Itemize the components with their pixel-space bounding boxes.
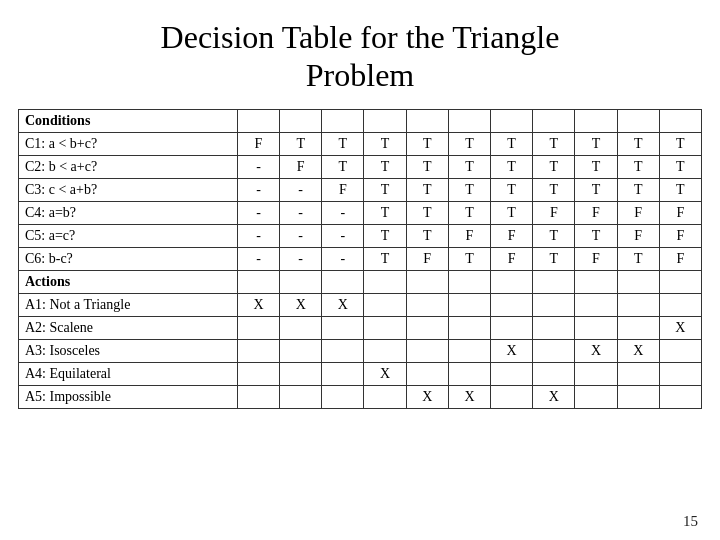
- action-cell-1-7: [491, 293, 533, 316]
- action-cell-1-11: [659, 293, 701, 316]
- actions-header-cell-10: [617, 270, 659, 293]
- condition-label-6: C6: b-c?: [19, 247, 238, 270]
- condition-cell-3-10: T: [617, 178, 659, 201]
- action-cell-4-11: [659, 362, 701, 385]
- col-header-3: [322, 109, 364, 132]
- condition-cell-3-2: -: [280, 178, 322, 201]
- condition-cell-3-7: T: [491, 178, 533, 201]
- condition-cell-1-10: T: [617, 132, 659, 155]
- col-header-4: [364, 109, 406, 132]
- condition-cell-6-9: F: [575, 247, 617, 270]
- condition-cell-4-6: T: [448, 201, 490, 224]
- condition-cell-1-1: F: [237, 132, 279, 155]
- action-cell-5-9: [575, 385, 617, 408]
- action-cell-5-6: X: [448, 385, 490, 408]
- action-cell-5-1: [237, 385, 279, 408]
- condition-cell-6-7: F: [491, 247, 533, 270]
- condition-cell-1-7: T: [491, 132, 533, 155]
- action-cell-1-2: X: [280, 293, 322, 316]
- conditions-label: Conditions: [19, 109, 238, 132]
- condition-cell-2-6: T: [448, 155, 490, 178]
- condition-cell-2-10: T: [617, 155, 659, 178]
- action-cell-2-5: [406, 316, 448, 339]
- condition-cell-2-1: -: [237, 155, 279, 178]
- condition-cell-5-9: T: [575, 224, 617, 247]
- condition-cell-6-6: T: [448, 247, 490, 270]
- condition-cell-3-8: T: [533, 178, 575, 201]
- action-row-5: A5: ImpossibleXXX: [19, 385, 702, 408]
- condition-row-2: C2: b < a+c?-FTTTTTTTTT: [19, 155, 702, 178]
- condition-cell-3-9: T: [575, 178, 617, 201]
- condition-row-5: C5: a=c?---TTFFTTFF: [19, 224, 702, 247]
- actions-header-cell-5: [406, 270, 448, 293]
- condition-cell-6-4: T: [364, 247, 406, 270]
- action-cell-3-9: X: [575, 339, 617, 362]
- condition-row-4: C4: a=b?---TTTTFFFF: [19, 201, 702, 224]
- action-cell-3-2: [280, 339, 322, 362]
- condition-cell-1-3: T: [322, 132, 364, 155]
- col-header-7: [491, 109, 533, 132]
- action-label-4: A4: Equilateral: [19, 362, 238, 385]
- action-cell-2-3: [322, 316, 364, 339]
- condition-cell-2-2: F: [280, 155, 322, 178]
- action-cell-2-4: [364, 316, 406, 339]
- action-cell-5-11: [659, 385, 701, 408]
- col-header-6: [448, 109, 490, 132]
- action-cell-2-11: X: [659, 316, 701, 339]
- action-cell-1-5: [406, 293, 448, 316]
- col-header-11: [659, 109, 701, 132]
- condition-cell-1-5: T: [406, 132, 448, 155]
- action-cell-2-2: [280, 316, 322, 339]
- actions-header-cell-9: [575, 270, 617, 293]
- condition-cell-1-4: T: [364, 132, 406, 155]
- action-cell-5-2: [280, 385, 322, 408]
- condition-cell-3-3: F: [322, 178, 364, 201]
- condition-cell-6-3: -: [322, 247, 364, 270]
- condition-label-4: C4: a=b?: [19, 201, 238, 224]
- condition-cell-5-1: -: [237, 224, 279, 247]
- col-header-1: [237, 109, 279, 132]
- col-header-9: [575, 109, 617, 132]
- action-cell-3-6: [448, 339, 490, 362]
- condition-cell-3-4: T: [364, 178, 406, 201]
- condition-cell-1-9: T: [575, 132, 617, 155]
- action-label-1: A1: Not a Triangle: [19, 293, 238, 316]
- action-cell-2-1: [237, 316, 279, 339]
- condition-cell-2-5: T: [406, 155, 448, 178]
- condition-cell-4-5: T: [406, 201, 448, 224]
- condition-cell-1-6: T: [448, 132, 490, 155]
- condition-label-1: C1: a < b+c?: [19, 132, 238, 155]
- condition-cell-4-7: T: [491, 201, 533, 224]
- action-cell-4-10: [617, 362, 659, 385]
- condition-cell-2-8: T: [533, 155, 575, 178]
- actions-header-cell-4: [364, 270, 406, 293]
- action-cell-5-5: X: [406, 385, 448, 408]
- action-cell-2-7: [491, 316, 533, 339]
- action-cell-1-8: [533, 293, 575, 316]
- col-header-8: [533, 109, 575, 132]
- action-label-2: A2: Scalene: [19, 316, 238, 339]
- condition-label-2: C2: b < a+c?: [19, 155, 238, 178]
- action-cell-1-1: X: [237, 293, 279, 316]
- condition-cell-6-8: T: [533, 247, 575, 270]
- condition-cell-4-2: -: [280, 201, 322, 224]
- decision-table: Conditions C1: a < b+c?FTTTTTTTTTTC2: b …: [18, 109, 702, 409]
- actions-label: Actions: [19, 270, 238, 293]
- condition-cell-6-11: F: [659, 247, 701, 270]
- condition-cell-2-7: T: [491, 155, 533, 178]
- action-cell-4-6: [448, 362, 490, 385]
- condition-cell-2-3: T: [322, 155, 364, 178]
- condition-cell-4-8: F: [533, 201, 575, 224]
- actions-header-cell-2: [280, 270, 322, 293]
- condition-cell-2-9: T: [575, 155, 617, 178]
- col-header-5: [406, 109, 448, 132]
- action-cell-1-6: [448, 293, 490, 316]
- condition-cell-4-11: F: [659, 201, 701, 224]
- action-cell-5-8: X: [533, 385, 575, 408]
- condition-cell-4-9: F: [575, 201, 617, 224]
- action-cell-5-4: [364, 385, 406, 408]
- actions-header-cell-6: [448, 270, 490, 293]
- action-cell-4-1: [237, 362, 279, 385]
- condition-cell-6-5: F: [406, 247, 448, 270]
- action-label-3: A3: Isosceles: [19, 339, 238, 362]
